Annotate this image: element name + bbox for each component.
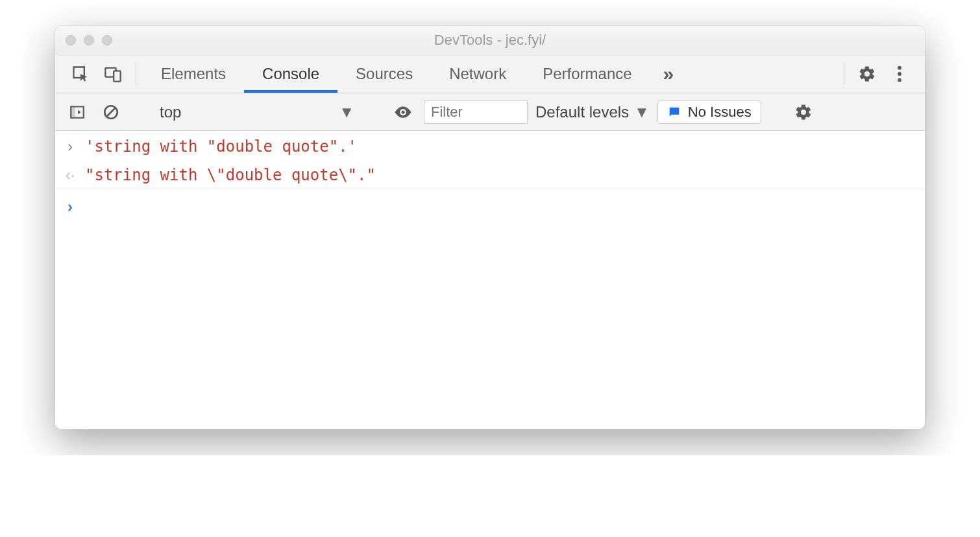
tab-elements[interactable]: Elements: [143, 54, 244, 93]
divider: [844, 62, 844, 85]
console-prompt[interactable]: ›: [55, 189, 925, 225]
console-sidebar-toggle[interactable]: [64, 104, 90, 121]
window-titlebar: DevTools - jec.fyi/: [55, 26, 925, 54]
minimize-window-button[interactable]: [84, 35, 94, 45]
console-text: "string with \"double quote\".": [85, 163, 376, 187]
context-label: top: [160, 103, 181, 121]
console-result: ‹· "string with \"double quote\".": [55, 160, 925, 189]
live-expression-button[interactable]: [390, 102, 416, 122]
levels-label: Default levels: [535, 103, 629, 121]
svg-point-2: [898, 66, 901, 69]
more-tabs-button[interactable]: »: [650, 54, 687, 93]
settings-button[interactable]: [851, 54, 883, 93]
filter-input[interactable]: [424, 101, 528, 124]
tab-label: Console: [262, 65, 319, 83]
tab-network[interactable]: Network: [431, 54, 524, 93]
console-settings-button[interactable]: [790, 103, 816, 121]
eye-icon: [393, 102, 413, 122]
inspect-element-icon[interactable]: [64, 54, 97, 93]
svg-line-8: [107, 108, 116, 116]
zoom-window-button[interactable]: [102, 35, 112, 45]
chevron-right-icon: ›: [64, 135, 76, 158]
sidebar-icon: [69, 104, 86, 121]
console-output: › 'string with "double quote".' ‹· "stri…: [55, 131, 925, 429]
ban-icon: [103, 104, 119, 121]
execution-context-selector[interactable]: top ▼: [153, 103, 361, 121]
log-level-selector[interactable]: Default levels ▼: [535, 103, 650, 121]
svg-rect-6: [71, 106, 75, 117]
svg-point-9: [402, 110, 405, 113]
tab-performance[interactable]: Performance: [524, 54, 650, 93]
clear-console-button[interactable]: [98, 104, 124, 121]
kebab-icon: [897, 65, 902, 83]
tab-label: Network: [449, 65, 506, 83]
tab-console[interactable]: Console: [244, 54, 337, 93]
device-toolbar-icon[interactable]: [97, 54, 129, 93]
gear-icon: [794, 103, 813, 121]
svg-rect-1: [114, 71, 121, 81]
issues-button[interactable]: No Issues: [657, 101, 761, 124]
chat-icon: [667, 105, 681, 119]
tab-label: Elements: [161, 65, 226, 83]
console-input-echo: › 'string with "double quote".': [55, 131, 925, 160]
console-toolbar: top ▼ Default levels ▼ No Issues: [55, 93, 925, 131]
panel-tabs: Elements Console Sources Network Perform…: [143, 54, 650, 93]
tab-label: Performance: [543, 65, 631, 83]
divider: [136, 62, 136, 85]
devtools-window: DevTools - jec.fyi/ Elements Console Sou…: [55, 26, 925, 429]
chevron-left-icon: ‹·: [64, 163, 76, 187]
chevron-down-icon: ▼: [339, 103, 354, 121]
traffic-lights: [66, 35, 112, 45]
close-window-button[interactable]: [66, 35, 76, 45]
issues-label: No Issues: [688, 104, 752, 121]
svg-point-4: [898, 78, 901, 82]
tab-sources[interactable]: Sources: [337, 54, 431, 93]
panel-tabbar: Elements Console Sources Network Perform…: [55, 54, 925, 93]
window-title: DevTools - jec.fyi/: [55, 32, 925, 49]
console-text: 'string with "double quote".': [85, 135, 357, 158]
chevron-right-icon: ›: [64, 195, 76, 219]
gear-icon: [858, 65, 876, 83]
svg-point-3: [898, 72, 901, 76]
chevron-down-icon: ▼: [634, 103, 650, 121]
more-options-button[interactable]: [883, 54, 916, 93]
chevron-double-right-icon: »: [663, 63, 674, 85]
tab-label: Sources: [356, 65, 413, 83]
